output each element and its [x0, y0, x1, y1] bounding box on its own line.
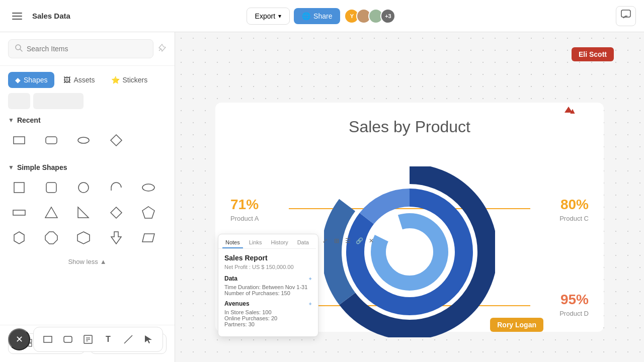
simple-shapes-grid — [8, 176, 167, 254]
shape-arc[interactable] — [105, 176, 127, 199]
shape-right-triangle[interactable] — [72, 202, 95, 224]
close-button[interactable]: ✕ — [8, 328, 30, 350]
svg-marker-23 — [77, 232, 90, 244]
svg-marker-19 — [111, 207, 122, 218]
popup-tabs: Notes Links History Data — [218, 234, 316, 249]
popup-icon-3[interactable]: ☰ — [343, 236, 353, 246]
product-c-label: 80% Product C — [559, 197, 589, 222]
tab-stickers[interactable]: ⭐ Stickers — [104, 72, 155, 88]
close-icon: ✕ — [16, 334, 23, 345]
svg-marker-18 — [78, 207, 89, 218]
search-icon — [15, 44, 23, 54]
shape-rounded-square[interactable] — [40, 176, 62, 199]
recent-shapes-grid — [8, 129, 167, 156]
simple-shapes-chevron-icon: ▼ — [8, 164, 14, 171]
popup-section-avenues: Avenues + In Store Sales: 100 Online Pur… — [224, 300, 312, 327]
eli-cursor-icon: ▲ — [565, 107, 573, 113]
svg-line-44 — [124, 335, 132, 343]
pin-icon[interactable] — [157, 43, 167, 54]
menu-button[interactable] — [8, 7, 26, 25]
shape-diamond[interactable] — [105, 129, 127, 151]
popup-section-avenues-link[interactable]: + — [309, 301, 312, 307]
tab-assets[interactable]: 🖼 Assets — [56, 72, 102, 88]
show-less-chevron-icon: ▲ — [100, 258, 107, 265]
product-d-value: 95% — [559, 292, 589, 308]
shape-pill[interactable] — [72, 129, 95, 151]
product-a-label: 71% Product A — [230, 197, 259, 222]
svg-marker-20 — [142, 207, 154, 218]
product-d-label: 95% Product D — [559, 292, 589, 317]
popup-icon-1[interactable]: ⤢ — [320, 236, 330, 246]
popup-icon-row: ⤢ ⊞ ☰ 🔗 ✕ — [316, 236, 380, 248]
shape-hexagon-2[interactable] — [72, 227, 95, 249]
shape-arrow-down[interactable] — [105, 227, 127, 249]
tab-assets-label: Assets — [73, 76, 95, 84]
chat-button[interactable] — [616, 6, 636, 26]
svg-marker-25 — [142, 234, 154, 242]
simple-shapes-header[interactable]: ▼ Simple Shapes — [8, 156, 167, 176]
product-a-value: 71% — [230, 197, 259, 213]
shape-ellipse[interactable] — [137, 176, 159, 199]
shape-circle[interactable] — [72, 176, 95, 199]
export-button[interactable]: Export ▾ — [247, 8, 290, 25]
popup-avenues-item-2: Partners: 30 — [224, 321, 312, 327]
popup-section-data-link[interactable]: + — [309, 276, 312, 282]
svg-rect-16 — [13, 210, 25, 215]
page-title: Sales Data — [32, 12, 240, 20]
tool-text[interactable]: T — [99, 330, 117, 348]
search-input-wrap[interactable] — [8, 39, 153, 58]
tool-note[interactable] — [79, 330, 97, 348]
svg-point-15 — [142, 184, 154, 191]
recent-chevron-icon: ▼ — [8, 117, 14, 124]
tab-shapes-label: Shapes — [24, 76, 47, 84]
tool-pointer[interactable] — [139, 330, 157, 348]
shape-rounded-rect[interactable] — [40, 129, 62, 151]
canvas[interactable]: Sales by Product 71% Product A 80% Produ… — [175, 32, 644, 362]
svg-marker-10 — [111, 135, 122, 146]
popup-icon-5[interactable]: ✕ — [366, 236, 376, 246]
avatar-overflow: +3 — [380, 9, 395, 24]
popup-title: Sales Report — [224, 254, 312, 262]
popup-icon-2[interactable]: ⊞ — [332, 236, 342, 246]
product-c-value: 80% — [559, 197, 589, 213]
shape-hexagon[interactable] — [8, 227, 30, 249]
popup-avenues-item-1: Online Purchases: 20 — [224, 315, 312, 321]
svg-rect-11 — [14, 183, 24, 193]
popup-tab-history[interactable]: History — [268, 237, 291, 248]
shape-square[interactable] — [8, 176, 30, 199]
recent-header[interactable]: ▼ Recent — [8, 109, 167, 129]
popup-data-item-0: Time Duration: Between Nov 1-31 — [224, 284, 312, 290]
shape-rectangle[interactable] — [8, 129, 30, 151]
share-button[interactable]: 🌐 Share — [294, 8, 340, 24]
recent-label: Recent — [17, 116, 41, 124]
toolbar-tools: T — [33, 327, 163, 352]
svg-marker-17 — [45, 207, 57, 218]
shape-parallelogram[interactable] — [137, 227, 159, 249]
popup-body: Sales Report Net Profit : US $ 150,000.0… — [218, 249, 318, 336]
show-less-label: Show less — [68, 258, 98, 265]
popup-tab-data[interactable]: Data — [294, 237, 312, 248]
shape-rect-flat[interactable] — [8, 202, 30, 224]
popup-tab-notes[interactable]: Notes — [222, 237, 243, 248]
tool-line[interactable] — [119, 330, 137, 348]
tab-stickers-label: Stickers — [123, 76, 148, 84]
popup-subtitle: Net Profit : US $ 150,000.00 — [224, 264, 312, 270]
sub-tab-1[interactable] — [8, 93, 30, 109]
sub-tab-2[interactable] — [33, 93, 84, 109]
popup-tab-links[interactable]: Links — [246, 237, 265, 248]
shape-pentagon[interactable] — [137, 202, 159, 224]
shapes-icon: ◆ — [15, 76, 21, 84]
search-input[interactable] — [27, 45, 147, 53]
avatar-group: Y +3 — [344, 9, 395, 24]
popup-icon-4[interactable]: 🔗 — [355, 236, 365, 246]
tool-rounded-rect[interactable] — [59, 330, 77, 348]
show-less-button[interactable]: Show less ▲ — [8, 254, 167, 269]
shape-diamond-sm[interactable] — [105, 202, 127, 224]
tool-rectangle[interactable] — [39, 330, 57, 348]
popup-header: Notes Links History Data ⤢ ⊞ ☰ 🔗 ✕ — [218, 234, 318, 249]
shape-octagon[interactable] — [40, 227, 62, 249]
tab-shapes[interactable]: ◆ Shapes — [8, 72, 54, 88]
simple-shapes-section: ▼ Simple Shapes Show less ▲ — [0, 156, 175, 269]
eli-name: Eli Scott — [579, 50, 607, 58]
shape-triangle[interactable] — [40, 202, 62, 224]
